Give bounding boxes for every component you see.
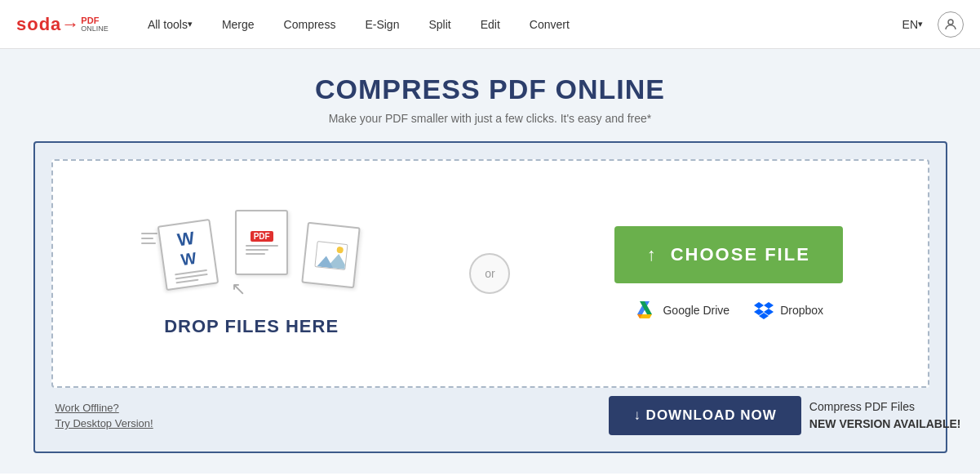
dropbox-icon	[754, 300, 774, 322]
word-doc-icon: W	[157, 219, 220, 291]
language-selector[interactable]: EN	[896, 18, 929, 31]
page-title: COMPRESS PDF ONLINE	[315, 73, 665, 105]
download-btn-label: ↓ DOWNLOAD NOW	[633, 407, 776, 424]
nav-edit[interactable]: Edit	[466, 0, 515, 49]
or-circle: or	[469, 253, 510, 294]
google-drive-button[interactable]: Google Drive	[633, 300, 729, 322]
main-content: COMPRESS PDF ONLINE Make your PDF smalle…	[0, 49, 980, 474]
pdf-label: PDF	[251, 231, 273, 242]
image-doc-icon	[301, 222, 360, 288]
nav-right: EN	[896, 11, 964, 38]
page-subtitle: Make your PDF smaller with just a few cl…	[329, 112, 652, 125]
download-desc-line1: Compress PDF Files	[809, 400, 915, 413]
logo-sub: PDF ONLINE	[81, 16, 109, 33]
bottom-bar: Work Offline? Try Desktop Version! ↓ DOW…	[51, 396, 965, 435]
download-desc-line2: NEW VERSION AVAILABLE!	[809, 416, 961, 433]
nav-esign[interactable]: E-Sign	[350, 0, 414, 49]
offline-links: Work Offline? Try Desktop Version!	[55, 402, 153, 429]
download-description: Compress PDF Files NEW VERSION AVAILABLE…	[809, 398, 961, 433]
image-preview-icon	[314, 241, 348, 270]
logo-pdf-text: PDF	[81, 16, 109, 25]
dropbox-label: Dropbox	[780, 304, 823, 317]
choose-area: ↑ CHOOSE FILE Google Dri	[614, 226, 843, 322]
logo-online-text: ONLINE	[81, 25, 109, 33]
nav-all-tools[interactable]: All tools	[133, 0, 207, 49]
google-drive-icon	[633, 300, 656, 322]
drop-files-label: DROP FILES HERE	[164, 316, 339, 337]
speed-lines-icon	[141, 233, 157, 247]
work-offline-link[interactable]: Work Offline?	[55, 402, 153, 414]
cloud-options: Google Drive Dropbox	[633, 300, 823, 322]
or-divider: or	[469, 253, 510, 294]
user-account-icon[interactable]	[938, 11, 964, 38]
choose-file-button[interactable]: ↑ CHOOSE FILE	[614, 226, 843, 283]
drop-container: W PDF	[33, 141, 947, 453]
dropbox-button[interactable]: Dropbox	[754, 300, 823, 322]
doc-icons-container: W PDF	[137, 210, 366, 300]
main-nav: All tools Merge Compress E-Sign Split Ed…	[133, 0, 896, 49]
pdf-doc-icon: PDF	[235, 210, 288, 275]
logo[interactable]: soda → PDF ONLINE	[16, 14, 109, 35]
download-now-button[interactable]: ↓ DOWNLOAD NOW	[609, 396, 800, 435]
svg-point-0	[948, 20, 953, 24]
cursor-icon: ↖	[231, 278, 246, 300]
desktop-version-link[interactable]: Try Desktop Version!	[55, 417, 153, 429]
header: soda → PDF ONLINE All tools Merge Compre…	[0, 0, 980, 49]
upload-arrow-icon: ↑	[647, 244, 658, 265]
drop-zone[interactable]: W PDF	[51, 159, 929, 388]
nav-merge[interactable]: Merge	[207, 0, 269, 49]
logo-arrow-icon: →	[61, 14, 79, 35]
nav-split[interactable]: Split	[414, 0, 465, 49]
drop-files-area: W PDF	[137, 210, 366, 337]
logo-soda-text: soda	[16, 14, 61, 35]
google-drive-label: Google Drive	[663, 304, 729, 317]
nav-convert[interactable]: Convert	[515, 0, 584, 49]
nav-compress[interactable]: Compress	[269, 0, 351, 49]
choose-file-label: CHOOSE FILE	[671, 244, 810, 265]
